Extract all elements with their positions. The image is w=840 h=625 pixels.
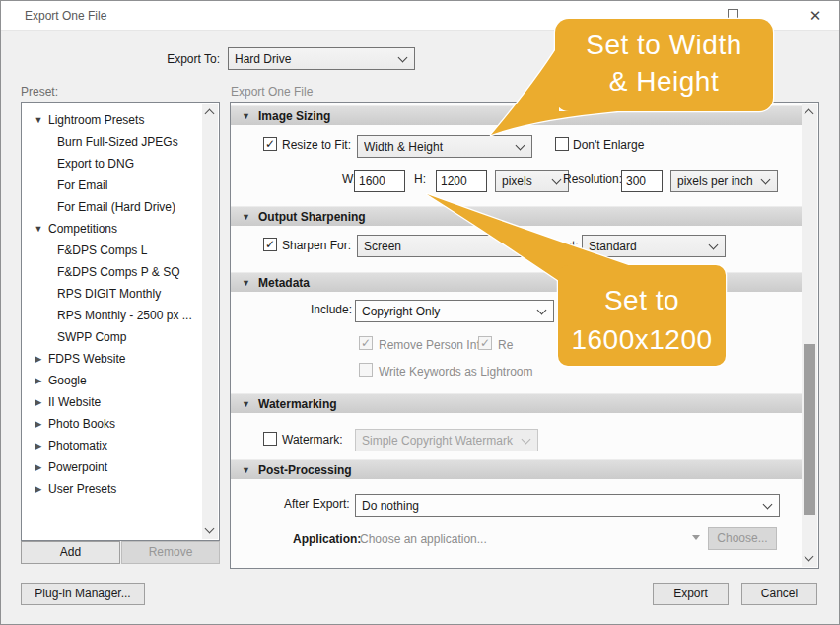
- write-keywords-checkbox[interactable]: [359, 363, 373, 377]
- preset-item-label: F&DPS Comps L: [57, 243, 147, 257]
- scroll-up-icon[interactable]: [805, 109, 814, 119]
- resolution-label: Resolution:: [563, 173, 622, 187]
- triangle-right-icon: [32, 397, 45, 407]
- dont-enlarge-checkbox[interactable]: [555, 137, 569, 151]
- preset-item[interactable]: Export to DNG: [22, 153, 134, 174]
- watermark-select[interactable]: Simple Copyright Watermark: [355, 429, 538, 451]
- preset-item[interactable]: User Presets: [22, 478, 116, 500]
- preset-item[interactable]: FDPS Website: [22, 348, 125, 370]
- chevron-down-icon: [522, 434, 531, 444]
- close-icon[interactable]: ✕: [805, 6, 825, 26]
- export-button[interactable]: Export: [653, 583, 729, 605]
- section-title: Image Sizing: [258, 109, 330, 123]
- remove-location-info-checkbox[interactable]: [478, 336, 492, 350]
- remove-person-info-checkbox[interactable]: [359, 336, 373, 350]
- cancel-button[interactable]: Cancel: [741, 583, 817, 605]
- sharpen-for-select[interactable]: Screen: [357, 235, 532, 257]
- section-header-watermarking[interactable]: Watermarking: [231, 393, 802, 413]
- callout-line: & Height: [555, 63, 773, 100]
- triangle-down-icon: [32, 224, 45, 234]
- section-header-image-sizing[interactable]: Image Sizing: [231, 105, 802, 125]
- preset-item-label: RPS Monthly - 2500 px ...: [57, 309, 192, 322]
- height-label: H:: [414, 173, 426, 187]
- section-title: Metadata: [258, 276, 310, 290]
- resolution-unit-value: pixels per inch: [677, 174, 756, 188]
- export-to-select[interactable]: Hard Drive: [228, 47, 415, 70]
- scroll-down-icon[interactable]: [205, 524, 215, 534]
- triangle-right-icon: [32, 354, 45, 364]
- section-header-post-processing[interactable]: Post-Processing: [231, 459, 802, 479]
- size-unit-select[interactable]: pixels: [495, 170, 569, 192]
- preset-list[interactable]: Lightroom Presets Burn Full-Sized JPEGs …: [21, 102, 220, 541]
- application-dropdown-icon[interactable]: [692, 535, 700, 540]
- preset-item[interactable]: II Website: [22, 391, 101, 413]
- add-button[interactable]: Add: [21, 541, 120, 564]
- export-to-label: Export To:: [119, 52, 220, 67]
- after-export-value: Do nothing: [362, 499, 758, 513]
- resize-to-fit-select[interactable]: Width & Height: [357, 135, 532, 158]
- preset-item[interactable]: Google: [22, 370, 87, 391]
- triangle-down-icon: [242, 465, 250, 475]
- triangle-down-icon: [242, 111, 250, 121]
- preset-item[interactable]: Competitions: [22, 218, 117, 240]
- callout-line: Set to Width: [555, 27, 773, 63]
- triangle-right-icon: [32, 484, 45, 494]
- preset-item[interactable]: F&DPS Comps L: [22, 240, 147, 261]
- preset-item-label: Competitions: [48, 222, 117, 236]
- preset-item-label: Google: [48, 374, 87, 387]
- preset-item[interactable]: Photo Books: [22, 413, 115, 435]
- section-header-metadata[interactable]: Metadata: [231, 272, 802, 292]
- watermark-checkbox[interactable]: [263, 432, 277, 446]
- preset-label: Preset:: [21, 85, 58, 100]
- chevron-down-icon: [516, 140, 525, 150]
- application-placeholder: Choose an application...: [360, 532, 487, 547]
- resolution-unit-select[interactable]: pixels per inch: [670, 170, 778, 192]
- chevron-down-icon: [761, 174, 771, 184]
- section-header-output-sharpening[interactable]: Output Sharpening: [231, 206, 802, 226]
- preset-item[interactable]: Photomatix: [22, 435, 107, 456]
- preset-item-label: Photo Books: [48, 417, 115, 431]
- preset-item[interactable]: Lightroom Presets: [22, 109, 144, 131]
- preset-item[interactable]: RPS DIGIT Monthly: [22, 283, 161, 305]
- preset-item[interactable]: For Email (Hard Drive): [22, 196, 175, 218]
- preset-item[interactable]: SWPP Comp: [22, 326, 126, 348]
- preset-item[interactable]: Powerpoint: [22, 456, 107, 478]
- plugin-manager-button[interactable]: Plug-in Manager...: [21, 583, 145, 605]
- sharpen-for-value: Screen: [364, 240, 511, 253]
- title-bar[interactable]: Export One File ✕: [1, 1, 839, 31]
- preset-item-label: FDPS Website: [48, 352, 125, 366]
- preset-item-label: II Website: [48, 395, 101, 409]
- amount-value: Standard: [589, 240, 704, 253]
- width-input[interactable]: [354, 170, 405, 192]
- preset-item-label: Burn Full-Sized JPEGs: [57, 135, 178, 149]
- scrollbar-thumb[interactable]: [804, 344, 815, 515]
- section-title: Watermarking: [258, 397, 337, 411]
- remove-button[interactable]: Remove: [121, 541, 220, 564]
- chevron-down-icon: [398, 52, 408, 62]
- preset-list-scrollbar[interactable]: [202, 104, 218, 539]
- panel-scrollbar[interactable]: [802, 104, 817, 567]
- preset-item[interactable]: Burn Full-Sized JPEGs: [22, 131, 178, 153]
- triangle-down-icon: [32, 115, 45, 125]
- preset-item[interactable]: F&DPS Comps P & SQ: [22, 261, 179, 283]
- maximize-icon[interactable]: [728, 9, 738, 20]
- include-select[interactable]: Copyright Only: [355, 300, 554, 322]
- scroll-up-icon[interactable]: [205, 109, 215, 119]
- amount-select[interactable]: Standard: [582, 235, 726, 257]
- amount-label: Amount:: [534, 239, 579, 253]
- resolution-input[interactable]: [621, 170, 663, 192]
- chevron-down-icon: [763, 499, 773, 509]
- preset-item-label: Photomatix: [48, 439, 107, 452]
- preset-item-label: F&DPS Comps P & SQ: [57, 265, 179, 279]
- chevron-down-icon: [552, 174, 562, 184]
- preset-item[interactable]: RPS Monthly - 2500 px ...: [22, 305, 192, 326]
- after-export-label: After Export:: [284, 497, 350, 512]
- preset-item[interactable]: For Email: [22, 174, 107, 196]
- choose-button[interactable]: Choose...: [708, 527, 777, 550]
- height-input[interactable]: [436, 170, 487, 192]
- preset-item-label: RPS DIGIT Monthly: [57, 287, 161, 301]
- resize-to-fit-checkbox[interactable]: [263, 137, 277, 151]
- scroll-down-icon[interactable]: [805, 552, 814, 562]
- after-export-select[interactable]: Do nothing: [355, 494, 780, 517]
- sharpen-for-checkbox[interactable]: [263, 238, 277, 251]
